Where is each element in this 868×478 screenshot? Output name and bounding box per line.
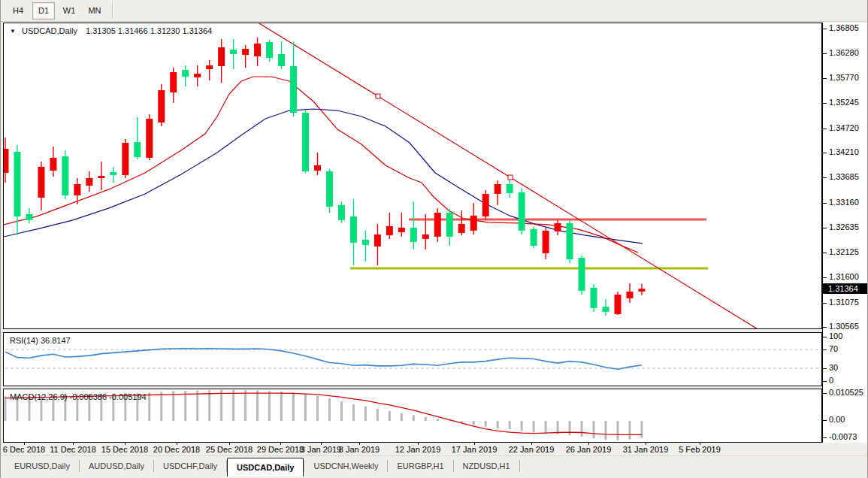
timeframe-button-mn[interactable]: MN bbox=[83, 2, 106, 20]
date-axis-label: 8 Jan 2019 bbox=[339, 445, 380, 454]
candle-body bbox=[134, 142, 141, 157]
candle-body bbox=[242, 49, 249, 55]
tab-separator bbox=[519, 460, 520, 472]
candle-body bbox=[278, 54, 285, 66]
chart-tab-audusd-daily[interactable]: AUDUSD,Daily bbox=[80, 458, 153, 474]
macd-histogram-bar bbox=[616, 421, 618, 440]
price-axis-label: 1.36805 bbox=[829, 23, 859, 32]
price-axis[interactable]: 1.368051.362801.357701.352451.347201.342… bbox=[822, 23, 868, 443]
price-axis-tick bbox=[823, 327, 827, 328]
candle-body bbox=[591, 288, 597, 308]
candle-body bbox=[158, 90, 165, 123]
chart-tab-usdcad-daily[interactable]: USDCAD,Daily bbox=[227, 458, 304, 476]
candle-body bbox=[194, 74, 201, 77]
price-axis-tick bbox=[823, 177, 827, 178]
chart-tab-eurgbp-h1[interactable]: EURGBP,H1 bbox=[388, 458, 452, 474]
trendline-handle bbox=[376, 94, 380, 98]
candlestick-chart[interactable] bbox=[4, 23, 821, 328]
candle-body bbox=[386, 226, 393, 235]
date-axis-label: 15 Dec 2018 bbox=[101, 445, 148, 454]
price-axis-label: 1.36280 bbox=[829, 48, 859, 57]
indicator-axis-label: -0.0073 bbox=[829, 432, 857, 441]
candle-body bbox=[314, 165, 321, 171]
candle-body bbox=[507, 184, 513, 193]
candle-body bbox=[531, 229, 537, 246]
macd-histogram-bar bbox=[545, 421, 547, 434]
candle-body bbox=[543, 231, 549, 253]
macd-indicator-panel[interactable]: MACD(12,26,9) -0.006386 -0.005194 bbox=[3, 389, 822, 443]
macd-histogram-bar bbox=[509, 421, 511, 429]
candle-body bbox=[567, 223, 573, 259]
candle-body bbox=[398, 228, 405, 232]
trading-app-window: H4 D1 W1 MN ▼ USDCAD,Daily 1.31305 1.314… bbox=[0, 0, 868, 478]
chart-tab-usdchf-daily[interactable]: USDCHF,Daily bbox=[154, 458, 226, 474]
candle-body bbox=[338, 205, 345, 220]
macd-histogram-bar bbox=[160, 392, 162, 421]
macd-histogram-bar bbox=[208, 390, 210, 421]
candle-body bbox=[555, 223, 561, 231]
price-axis-tick bbox=[823, 303, 827, 304]
candle-body bbox=[614, 295, 621, 314]
chart-tab-nzdusd-h1[interactable]: NZDUSD,H1 bbox=[454, 458, 519, 474]
candle-body bbox=[146, 119, 153, 158]
rsi-line bbox=[5, 349, 642, 370]
candle-body bbox=[470, 216, 477, 231]
macd-histogram-bar bbox=[473, 421, 475, 425]
candle-body bbox=[410, 228, 417, 242]
date-axis[interactable]: 6 Dec 201811 Dec 201815 Dec 201820 Dec 2… bbox=[3, 443, 822, 455]
chart-tab-usdcnh-weekly[interactable]: USDCNH,Weekly bbox=[304, 458, 387, 474]
rsi-indicator-panel[interactable]: RSI(14) 36.8147 bbox=[3, 332, 822, 386]
rsi-chart[interactable] bbox=[4, 333, 821, 386]
date-axis-label: 11 Dec 2018 bbox=[50, 445, 96, 454]
macd-histogram-bar bbox=[172, 391, 174, 421]
candle-body bbox=[482, 194, 489, 216]
candle-body bbox=[62, 156, 68, 195]
macd-histogram-bar bbox=[605, 421, 607, 440]
macd-histogram-bar bbox=[292, 392, 295, 421]
timeframe-button-h4[interactable]: H4 bbox=[7, 2, 29, 20]
indicator-axis-label: 30 bbox=[829, 363, 838, 372]
price-axis-label: 1.33160 bbox=[829, 198, 859, 207]
chart-tab-eurusd-daily[interactable]: EURUSD,Daily bbox=[5, 458, 79, 474]
macd-histogram-bar bbox=[401, 413, 403, 421]
candle-body bbox=[326, 171, 333, 207]
price-axis-tick bbox=[823, 29, 827, 29]
macd-histogram-bar bbox=[256, 391, 259, 421]
macd-label: MACD(12,26,9) -0.006386 -0.005194 bbox=[10, 392, 147, 401]
macd-histogram-bar bbox=[425, 417, 427, 421]
candle-body bbox=[626, 292, 633, 298]
timeframe-toolbar: H4 D1 W1 MN bbox=[1, 0, 867, 22]
date-axis-label: 12 Jan 2019 bbox=[395, 445, 441, 454]
indicator-axis-label: 0.00 bbox=[829, 415, 845, 424]
macd-histogram-bar bbox=[377, 409, 379, 421]
price-axis-label: 1.31075 bbox=[829, 298, 859, 307]
timeframe-button-d1[interactable]: D1 bbox=[32, 2, 55, 20]
price-axis-label: 1.32635 bbox=[829, 222, 859, 231]
macd-histogram-bar bbox=[389, 411, 391, 421]
macd-histogram-bar bbox=[461, 421, 463, 422]
candle-body bbox=[218, 47, 225, 66]
macd-histogram-bar bbox=[485, 421, 487, 427]
price-axis-tick bbox=[823, 103, 827, 104]
price-axis-tick bbox=[823, 129, 827, 129]
candle-body bbox=[230, 50, 237, 54]
candle-body bbox=[374, 234, 381, 247]
price-axis-tick bbox=[823, 203, 827, 204]
price-axis-label: 1.34720 bbox=[829, 123, 859, 132]
chart-tabs-bar: EURUSD,DailyAUDUSD,DailyUSDCHF,DailyUSDC… bbox=[1, 455, 867, 476]
main-chart-panel[interactable]: ▼ USDCAD,Daily 1.31305 1.31466 1.31230 1… bbox=[3, 23, 822, 329]
price-axis-label: 1.35770 bbox=[829, 73, 859, 82]
macd-histogram-bar bbox=[304, 394, 307, 421]
macd-histogram-bar bbox=[569, 421, 571, 435]
dropdown-arrow-icon[interactable]: ▼ bbox=[10, 28, 16, 35]
candle-body bbox=[50, 158, 56, 171]
date-axis-label: 20 Dec 2018 bbox=[153, 445, 200, 454]
indicator-axis-label: 100 bbox=[829, 331, 842, 340]
candle-body bbox=[86, 178, 92, 186]
chart-title: ▼ USDCAD,Daily 1.31305 1.31466 1.31230 1… bbox=[10, 26, 212, 35]
indicator-axis-label: 0.010525 bbox=[829, 388, 863, 397]
timeframe-button-w1[interactable]: W1 bbox=[58, 2, 80, 20]
price-axis-label: 1.33685 bbox=[829, 172, 859, 181]
candle-body bbox=[74, 184, 80, 195]
candle-body bbox=[290, 66, 297, 113]
